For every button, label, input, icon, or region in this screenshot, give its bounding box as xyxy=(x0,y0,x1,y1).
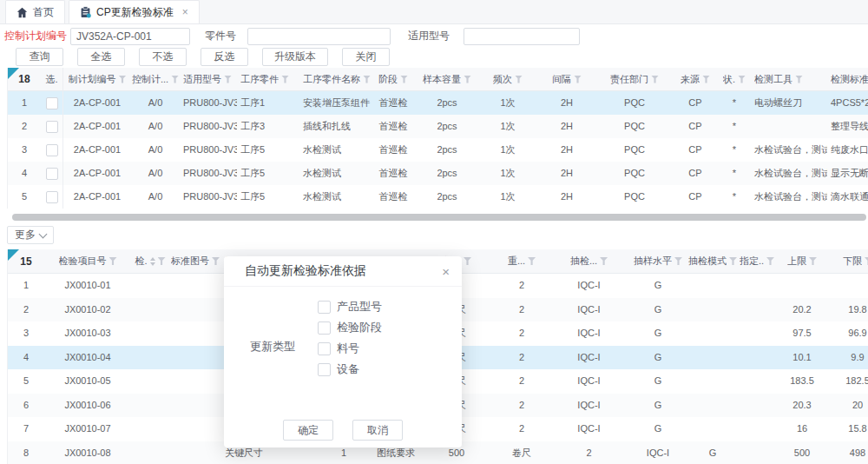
option-checkbox[interactable] xyxy=(318,321,331,335)
table-row[interactable]: 52A-CP-001A/0PRU800-JV352A工序5水检测试首巡检2pcs… xyxy=(8,185,868,209)
row-checkbox[interactable] xyxy=(46,191,58,203)
cell xyxy=(131,298,169,322)
cell: IQC-I xyxy=(548,369,630,394)
cell: 4 xyxy=(8,162,41,185)
update-type-options: 产品型号检验阶段料号设备 xyxy=(318,301,382,375)
tab-close-icon[interactable]: × xyxy=(182,6,188,18)
cell: JX0010-04 xyxy=(44,346,131,370)
control-plan-input[interactable] xyxy=(70,28,190,45)
part-no-input[interactable] xyxy=(247,28,391,45)
tab-cp-update-standard[interactable]: CP更新检验标准 × xyxy=(69,0,200,23)
filter-icon[interactable] xyxy=(281,76,289,83)
column-header: 检验项目号 xyxy=(44,249,131,273)
filter-icon[interactable] xyxy=(212,257,220,265)
query-button[interactable]: 查询 xyxy=(16,48,63,66)
cell: PRU800-JV352A xyxy=(180,185,237,209)
confirm-button[interactable]: 确定 xyxy=(283,420,333,441)
filter-icon[interactable] xyxy=(528,257,536,265)
filter-icon[interactable] xyxy=(109,257,117,265)
column-label: 控制计... xyxy=(132,73,168,86)
filter-icon[interactable] xyxy=(171,76,179,83)
row-checkbox[interactable] xyxy=(46,144,58,156)
model-input[interactable] xyxy=(464,28,580,45)
row-checkbox[interactable] xyxy=(46,121,58,133)
filter-icon[interactable] xyxy=(158,257,166,265)
filter-icon[interactable] xyxy=(464,257,471,265)
cell xyxy=(169,298,221,322)
invert-selection-button[interactable]: 反选 xyxy=(201,48,248,66)
cell xyxy=(169,394,221,418)
option-checkbox[interactable] xyxy=(318,342,331,355)
cell xyxy=(686,321,740,346)
horizontal-scrollbar[interactable] xyxy=(12,214,866,221)
table-header-row: 18选.制计划编号控制计...适用型号工序零件工序零件名称阶段样本容量频次间隔责… xyxy=(8,68,868,91)
cell: 整理导线，使用2P xyxy=(827,115,868,138)
filter-icon[interactable] xyxy=(674,257,682,265)
update-type-option: 产品型号 xyxy=(318,301,382,313)
cell: JX0010-06 xyxy=(44,394,131,418)
filter-icon[interactable] xyxy=(600,257,608,265)
cell: JX0010-07 xyxy=(44,417,131,441)
filter-icon[interactable] xyxy=(400,76,408,83)
cell: 2 xyxy=(548,441,630,464)
column-header: 检测工具 xyxy=(751,68,827,90)
cell: IQC-I xyxy=(548,417,630,441)
filter-icon[interactable] xyxy=(651,76,659,83)
option-checkbox[interactable] xyxy=(318,363,331,376)
row-checkbox[interactable] xyxy=(46,97,58,109)
filter-icon[interactable] xyxy=(363,76,371,83)
table-row[interactable]: 32A-CP-001A/0PRU800-JV352A工序5水检测试首巡检2pcs… xyxy=(8,138,868,162)
filter-icon[interactable] xyxy=(224,76,232,83)
filter-icon[interactable] xyxy=(574,76,582,83)
cell xyxy=(131,441,169,464)
cancel-button[interactable]: 取消 xyxy=(352,420,403,441)
tab-home[interactable]: 首页 xyxy=(5,0,65,23)
filter-icon[interactable] xyxy=(738,76,746,83)
cell: JX0010-08 xyxy=(44,441,131,464)
cell: IQC-I xyxy=(548,298,630,322)
filter-icon[interactable] xyxy=(766,257,774,265)
dialog-close-icon[interactable]: × xyxy=(442,265,450,278)
table-row[interactable]: 12A-CP-001A/0PRU800-JV352A工序1安装增压泵组件首巡检2… xyxy=(8,91,868,115)
cell: 首巡检 xyxy=(371,185,416,209)
column-label: 责任部门 xyxy=(610,73,648,86)
cell: 水检测试 xyxy=(299,162,371,185)
corner-triangle xyxy=(8,68,19,79)
upgrade-version-button[interactable]: 升级版本 xyxy=(262,48,328,66)
cell: 卷尺 xyxy=(496,441,548,464)
tab-label: CP更新检验标准 xyxy=(96,5,174,20)
update-type-label: 更新类型 xyxy=(250,339,295,375)
close-button[interactable]: 关闭 xyxy=(342,48,390,66)
more-button[interactable]: 更多 xyxy=(7,226,54,244)
filter-icon[interactable] xyxy=(865,257,868,265)
filter-icon[interactable] xyxy=(464,76,471,83)
row-checkbox[interactable] xyxy=(46,168,58,180)
filter-icon[interactable] xyxy=(515,76,523,83)
filter-icon[interactable] xyxy=(809,257,817,265)
column-label: 选. xyxy=(45,73,57,86)
column-header: 检. xyxy=(131,249,169,273)
dialog-title: 自动更新检验标准依据 xyxy=(245,263,366,279)
filter-icon[interactable] xyxy=(795,76,803,83)
cell: G xyxy=(630,369,686,394)
column-header: 控制计... xyxy=(131,68,180,90)
cell: PRU800-JV352A xyxy=(180,162,237,185)
filter-icon[interactable] xyxy=(702,76,710,83)
cell: 2A-CP-001 xyxy=(63,162,131,185)
sort-icon[interactable] xyxy=(150,257,155,266)
option-checkbox[interactable] xyxy=(318,301,331,314)
select-all-button[interactable]: 全选 xyxy=(77,48,125,66)
filter-icon[interactable] xyxy=(119,76,127,83)
column-label: 检测标准 xyxy=(831,73,868,86)
cell: * xyxy=(718,138,751,162)
column-header: 来源 xyxy=(673,68,718,90)
column-label: 检测工具 xyxy=(754,73,792,86)
cell: 3 xyxy=(8,321,44,346)
table-row[interactable]: 22A-CP-001A/0PRU800-JV352A工序3插线和扎线首巡检2pc… xyxy=(8,115,868,138)
cell xyxy=(686,298,740,322)
select-none-button[interactable]: 不选 xyxy=(139,48,187,66)
filter-icon[interactable] xyxy=(729,257,737,265)
table-row[interactable]: 42A-CP-001A/0PRU800-JV352A工序5水检测试首巡检2pcs… xyxy=(8,162,868,185)
column-header: 选. xyxy=(41,68,63,90)
cell: PRU800-JV352A xyxy=(180,91,237,115)
